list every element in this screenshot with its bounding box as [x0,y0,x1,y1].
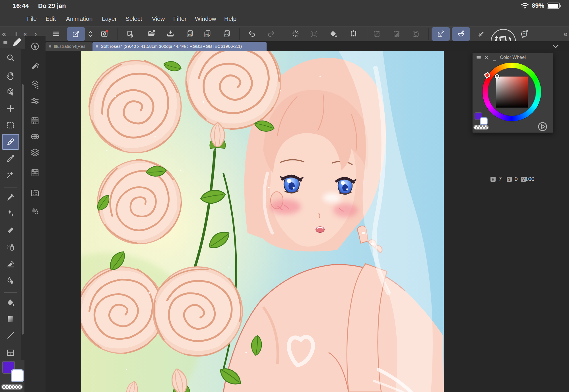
hue-value[interactable]: 7 [495,176,505,182]
toolbar-divider [239,28,240,40]
onion-skin-icon[interactable] [29,130,41,143]
menu-animation[interactable]: Animation [66,15,92,22]
menu-icon[interactable] [3,40,8,45]
tool-palette-header[interactable] [0,36,25,49]
quick-access-icon[interactable] [29,40,41,53]
date: Do 29 jan [38,2,66,10]
secondary-color-swatch[interactable] [11,369,24,382]
toolbar-divider [367,28,367,40]
export-psd-icon[interactable]: psd [220,28,233,40]
color-set-icon[interactable] [29,166,41,179]
tool-divider [4,187,17,187]
tool-divider [4,292,17,293]
canvas-artwork[interactable] [81,51,444,392]
status-bar: 16:44 Do 29 jan 89% [0,0,569,11]
menu-layer[interactable]: Layer [102,15,117,22]
subtool-icon[interactable] [29,60,41,72]
airbrush-icon[interactable] [4,241,17,253]
top-toolbar: ««›jpgpngpsd?« [0,26,569,41]
gradient-set-icon[interactable] [29,205,41,217]
menu-help[interactable]: Help [224,15,236,22]
zoom-icon[interactable] [4,51,17,64]
layer-property-icon[interactable] [29,78,41,90]
toolbar-divider [117,28,117,40]
edit-canvas-icon[interactable] [70,28,82,40]
transparent-color-swatch[interactable] [473,125,489,130]
timeline-icon[interactable] [29,114,41,127]
frame-icon[interactable] [4,346,17,359]
color-wheel-panel: Color Wheel H 7 S 0 V 100 [472,53,553,133]
app-window: 16:44 Do 29 jan 89% FileEditAnimationLay… [0,0,569,392]
select-source-icon[interactable] [308,28,320,40]
inking-pen-icon[interactable] [4,224,17,237]
clock: 16:44 [13,2,29,10]
layers-icon[interactable] [29,146,41,159]
marquee-icon[interactable] [4,119,17,131]
menu-bar: FileEditAnimationLayerSelectViewFilterWi… [0,11,569,26]
svg-text:psd: psd [224,34,228,36]
bucket-icon[interactable] [4,296,17,309]
menu-window[interactable]: Window [195,15,216,22]
deselect-icon[interactable] [370,28,383,40]
save-icon[interactable] [164,28,177,40]
menu-file[interactable]: File [27,15,37,22]
secondary-color-swatch[interactable] [480,117,488,125]
help-icon[interactable]: ? [518,28,531,40]
clip-studio-icon[interactable] [98,28,111,40]
snap-guide-icon[interactable] [475,28,487,40]
menu-edit[interactable]: Edit [46,15,56,22]
saturation-value[interactable]: 0 [511,176,521,182]
sv-cursor[interactable] [495,74,499,79]
processing-icon[interactable] [289,28,302,40]
pen-icon[interactable] [4,136,17,148]
document-tab-active[interactable]: Soft roses* (29.40 x 41.58cm 300dpi 44.4… [92,42,267,51]
brush-icon[interactable] [4,191,17,204]
collapse-right-icon[interactable]: « [559,28,569,40]
object-icon[interactable] [4,85,17,98]
transparent-color-swatch[interactable] [1,384,23,390]
tool-strip-scrollbar[interactable] [22,84,24,335]
hue-label: H [490,177,496,182]
tab-label: Illustration4[Res [54,44,85,49]
main-menu-icon[interactable] [50,28,62,40]
transform-icon[interactable] [347,28,360,40]
svg-text:?: ? [523,32,525,36]
toolbar-divider [428,28,429,40]
panel-title: Color Wheel [473,55,553,60]
materials-icon[interactable] [29,187,41,199]
battery-percent: 89% [532,2,544,9]
menu-select[interactable]: Select [125,15,142,22]
svg-text:png: png [205,34,209,36]
line-icon[interactable] [4,329,17,342]
wand-icon[interactable] [4,169,17,181]
blend-icon[interactable] [4,275,17,287]
snap-ruler-icon[interactable] [434,28,447,40]
tool-property-icon[interactable] [29,95,41,107]
hand-icon[interactable] [4,69,17,82]
eyedropper-icon[interactable] [4,152,17,165]
eraser-icon[interactable] [4,257,17,270]
left-tool-panel [0,36,46,392]
selection-border-icon[interactable] [409,28,422,40]
stepper-updown-icon[interactable] [84,28,97,40]
triangle-circle-icon[interactable] [537,121,548,132]
menu-filter[interactable]: Filter [173,15,187,22]
saturation-value-square[interactable] [496,76,528,108]
fill-icon[interactable] [327,28,339,40]
gradient-icon[interactable] [4,313,17,325]
move-icon[interactable] [4,102,17,115]
invert-selection-icon[interactable] [390,28,403,40]
export-jpg-icon[interactable]: jpg [184,28,196,40]
document-tab[interactable]: Illustration4[Res [46,42,92,51]
chevron-down-icon[interactable] [551,42,560,51]
open-file-icon[interactable] [145,28,158,40]
redo-icon[interactable] [265,28,277,40]
value-value[interactable]: 100 [525,176,535,182]
export-png-icon[interactable]: png [201,28,214,40]
tab-label: Soft roses* (29.40 x 41.58cm 300dpi 44.4… [101,44,242,49]
new-canvas-icon[interactable] [124,28,136,40]
undo-icon[interactable] [246,28,258,40]
snap-curve-icon[interactable] [455,28,467,40]
decoration-icon[interactable] [4,207,17,219]
menu-view[interactable]: View [152,15,165,22]
